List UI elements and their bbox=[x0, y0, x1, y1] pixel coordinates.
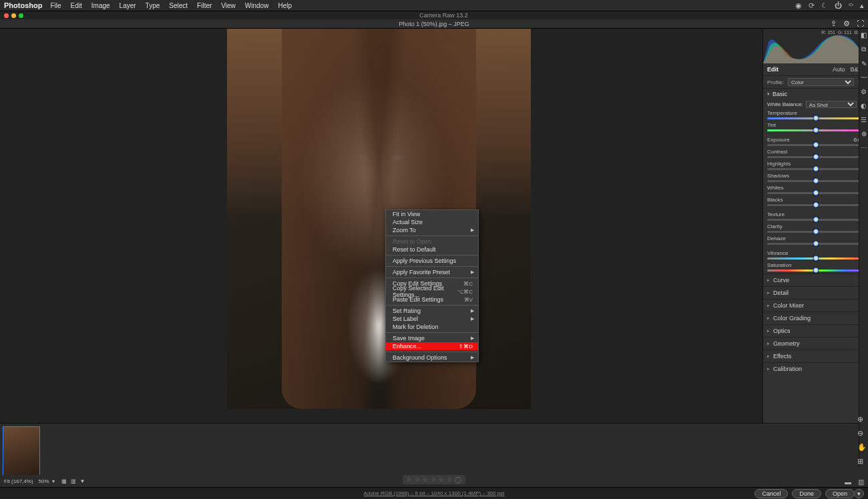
slider-temperature[interactable]: Temperature0 bbox=[763, 109, 868, 121]
ctx-actual-size[interactable]: Actual Size bbox=[386, 218, 478, 226]
gear-icon[interactable]: ⚙ bbox=[843, 19, 850, 28]
open-dropdown[interactable]: ▾ bbox=[854, 489, 864, 498]
zoom-dropdown-icon[interactable]: ▾ bbox=[52, 478, 55, 484]
menu-edit[interactable]: Edit bbox=[71, 2, 82, 9]
tool-crop-icon[interactable]: ⧉ bbox=[861, 45, 866, 53]
slider-exposure[interactable]: Exposure0.00 bbox=[763, 136, 868, 148]
slider-shadows[interactable]: Shadows0 bbox=[763, 172, 868, 184]
slider-clarity[interactable]: Clarity0 bbox=[763, 223, 868, 235]
grid-icon[interactable]: ▦ bbox=[61, 478, 67, 484]
tool-brush-icon[interactable]: ✎ bbox=[861, 60, 867, 67]
section-color mixer[interactable]: ▸Color Mixer◉ bbox=[763, 299, 868, 312]
close-dot[interactable] bbox=[4, 13, 9, 18]
toggle-icon[interactable]: ⏻ bbox=[835, 1, 842, 10]
menu-help[interactable]: Help bbox=[278, 2, 292, 9]
slider-saturation[interactable]: Saturation0 bbox=[763, 262, 868, 274]
moon-icon[interactable]: ☾ bbox=[821, 1, 828, 10]
cancel-button[interactable]: Cancel bbox=[754, 489, 788, 498]
tool-presets-icon[interactable]: ☰ bbox=[861, 116, 867, 123]
compare-icon[interactable]: ▥ bbox=[71, 478, 76, 484]
section-optics[interactable]: ▸Optics◉ bbox=[763, 324, 868, 337]
star-icon[interactable]: ☆ bbox=[447, 476, 452, 483]
profile-select[interactable]: Color bbox=[788, 78, 854, 86]
ctx-fit-in-view[interactable]: Fit in View bbox=[386, 210, 478, 218]
ctx-set-rating[interactable]: Set Rating bbox=[386, 307, 478, 315]
max-dot[interactable] bbox=[19, 13, 23, 18]
ctx-zoom-to[interactable]: Zoom To bbox=[386, 226, 478, 234]
menu-image[interactable]: Image bbox=[91, 2, 110, 9]
ctx-enhance[interactable]: Enhance...⇧⌘D bbox=[386, 342, 478, 350]
slider-whites[interactable]: Whites0 bbox=[763, 184, 868, 196]
rating-bar[interactable]: ⚐ ☆ ☆ ☆ ☆ ☆ ◯ bbox=[403, 475, 465, 484]
star-icon[interactable]: ☆ bbox=[415, 476, 420, 483]
share-icon[interactable]: ⇪ bbox=[831, 19, 837, 28]
cloud-icon[interactable]: ◉ bbox=[795, 1, 802, 10]
section-effects[interactable]: ▸Effects◉ bbox=[763, 350, 868, 362]
open-button[interactable]: Open bbox=[825, 489, 855, 498]
done-button[interactable]: Done bbox=[792, 489, 821, 498]
ctx-set-label[interactable]: Set Label bbox=[386, 315, 478, 323]
section-basic[interactable]: ▾Basic◉ bbox=[763, 89, 868, 99]
wb-select[interactable]: As Shot bbox=[806, 101, 857, 108]
slider-vibrance[interactable]: Vibrance0 bbox=[763, 250, 868, 262]
zoom-in-icon[interactable]: ⊕ bbox=[857, 415, 867, 424]
slider-highlights[interactable]: Highlights0 bbox=[763, 160, 868, 172]
star-icon[interactable]: ☆ bbox=[439, 476, 444, 483]
view-split-icon[interactable]: ▥ bbox=[858, 478, 864, 486]
slider-dehaze[interactable]: Dehaze0 bbox=[763, 235, 868, 247]
label-icon[interactable]: ◯ bbox=[455, 476, 461, 483]
sync-icon[interactable]: ⟳ bbox=[809, 1, 815, 10]
tool-settings-icon[interactable]: ⚙ bbox=[861, 88, 867, 95]
ctx-mark-deletion[interactable]: Mark for Deletion bbox=[386, 323, 478, 331]
tool-curve-icon[interactable]: 〰 bbox=[861, 74, 867, 81]
menu-file[interactable]: File bbox=[50, 2, 61, 9]
window-titlebar: Camera Raw 13.2 bbox=[0, 11, 868, 19]
menu-select[interactable]: Select bbox=[169, 2, 188, 9]
menu-type[interactable]: Type bbox=[146, 2, 160, 9]
fullscreen-icon[interactable]: ⛶ bbox=[857, 19, 864, 28]
histogram[interactable]: R: 151 G: 111 B: 93 bbox=[763, 29, 868, 63]
image-meta[interactable]: Adobe RGB (1998) – 8 bit – 1040 x 1300 (… bbox=[364, 490, 505, 496]
ctx-background-options[interactable]: Background Options bbox=[386, 354, 478, 362]
tool-edit-icon[interactable]: ◧ bbox=[861, 31, 867, 39]
filter-icon[interactable]: ▼ bbox=[80, 478, 85, 484]
section-color grading[interactable]: ▸Color Grading◉ bbox=[763, 312, 868, 324]
bell-icon[interactable]: ▴ bbox=[860, 1, 864, 10]
view-single-icon[interactable]: ▬ bbox=[845, 478, 851, 486]
ctx-copy-selected[interactable]: Copy Selected Edit Settings...⌥⌘C bbox=[386, 288, 478, 296]
section-calibration[interactable]: ▸Calibration◉ bbox=[763, 362, 868, 375]
grid-toggle-icon[interactable]: ⊞ bbox=[857, 457, 867, 466]
ctx-paste-edit[interactable]: Paste Edit Settings⌘V bbox=[386, 296, 478, 304]
tool-redeye-icon[interactable]: ⊕ bbox=[861, 130, 867, 137]
menu-window[interactable]: Window bbox=[245, 2, 269, 9]
section-geometry[interactable]: ▸Geometry◉ bbox=[763, 337, 868, 350]
menu-layer[interactable]: Layer bbox=[120, 2, 136, 9]
auto-button[interactable]: Auto bbox=[833, 66, 845, 73]
menu-view[interactable]: View bbox=[221, 2, 236, 9]
section-curve[interactable]: ▸Curve◉ bbox=[763, 274, 868, 286]
flag-icon[interactable]: ⚐ bbox=[407, 476, 412, 483]
tool-more-icon[interactable]: ⋯ bbox=[861, 144, 867, 151]
canvas-area[interactable]: Fit in View Actual Size Zoom To Reset to… bbox=[0, 29, 763, 467]
min-dot[interactable] bbox=[11, 13, 16, 18]
hand-icon[interactable]: ✋ bbox=[857, 443, 867, 452]
section-detail[interactable]: ▸Detail◉ bbox=[763, 286, 868, 299]
ctx-save-image[interactable]: Save Image bbox=[386, 334, 478, 342]
slider-contrast[interactable]: Contrast0 bbox=[763, 148, 868, 160]
app-name: Photoshop bbox=[4, 1, 42, 9]
menu-filter[interactable]: Filter bbox=[197, 2, 212, 9]
menubar-status: ◉ ⟳ ☾ ⏻ ⌔ ▴ bbox=[795, 1, 864, 10]
ctx-apply-favorite[interactable]: Apply Favorite Preset bbox=[386, 268, 478, 276]
ctx-reset-default[interactable]: Reset to Default bbox=[386, 245, 478, 254]
zoom-level[interactable]: 50% bbox=[39, 478, 49, 484]
star-icon[interactable]: ☆ bbox=[431, 476, 436, 483]
star-icon[interactable]: ☆ bbox=[423, 476, 428, 483]
ctx-apply-previous[interactable]: Apply Previous Settings bbox=[386, 257, 478, 265]
slider-blacks[interactable]: Blacks0 bbox=[763, 196, 868, 208]
tool-mask-icon[interactable]: ◐ bbox=[861, 102, 867, 109]
slider-texture[interactable]: Texture0 bbox=[763, 211, 868, 223]
slider-tint[interactable]: Tint0 bbox=[763, 121, 868, 133]
fit-label[interactable]: Fit (167,4%) bbox=[4, 478, 33, 484]
filmstrip-thumb[interactable] bbox=[3, 426, 40, 476]
zoom-out-icon[interactable]: ⊖ bbox=[857, 429, 867, 438]
